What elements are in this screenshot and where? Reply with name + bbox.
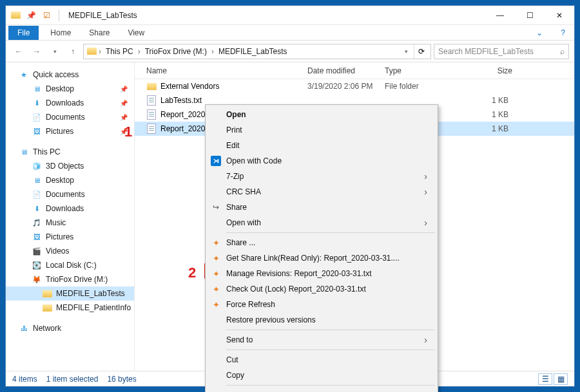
close-button[interactable]: ✕ bbox=[545, 6, 574, 25]
ctx-get-share-link[interactable]: ✦Get Share Link(Read Only): Report_2020-… bbox=[207, 250, 436, 266]
pictures-icon: 🖼 bbox=[32, 126, 42, 136]
column-type[interactable]: Type bbox=[385, 66, 461, 75]
ctx-open-with[interactable]: Open with› bbox=[207, 215, 436, 230]
nav-network[interactable]: 🖧Network bbox=[6, 321, 134, 335]
folder-icon bbox=[42, 288, 52, 299]
ctx-edit[interactable]: Edit bbox=[207, 138, 436, 153]
nav-this-pc[interactable]: 🖥This PC bbox=[6, 145, 134, 159]
search-input[interactable]: Search MEDFILE_LabTests ⌕ bbox=[434, 44, 569, 59]
nav-videos[interactable]: 🎬Videos bbox=[6, 244, 134, 258]
ctx-print[interactable]: Print bbox=[207, 122, 436, 138]
ctx-7zip[interactable]: 7-Zip› bbox=[207, 169, 436, 184]
view-details-button[interactable]: ☰ bbox=[538, 373, 552, 385]
column-size[interactable]: Size bbox=[461, 66, 512, 75]
star-icon: ★ bbox=[19, 70, 29, 80]
column-date[interactable]: Date modified bbox=[307, 66, 385, 75]
nav-triofox-drive[interactable]: 🦊TrioFox Drive (M:) bbox=[6, 272, 134, 286]
breadcrumb-folder[interactable]: MEDFILE_LabTests bbox=[216, 46, 290, 57]
address-bar: ← → ▾ ↑ › This PC › TrioFox Drive (M:) ›… bbox=[6, 41, 574, 62]
chevron-right-icon[interactable]: › bbox=[98, 47, 102, 56]
separator bbox=[226, 385, 435, 386]
nav-local-disk[interactable]: 💽Local Disk (C:) bbox=[6, 258, 134, 272]
dropdown-icon[interactable]: ▾ bbox=[398, 44, 414, 59]
help-icon[interactable]: ? bbox=[552, 26, 574, 40]
desktop-icon: 🖥 bbox=[32, 175, 42, 185]
text-file-icon bbox=[146, 109, 157, 120]
ctx-share[interactable]: ↪Share bbox=[207, 200, 436, 215]
qat-check-icon[interactable]: ☑ bbox=[41, 10, 52, 21]
downloads-icon: ⬇ bbox=[32, 203, 42, 214]
disk-icon: 💽 bbox=[32, 260, 42, 270]
home-tab[interactable]: Home bbox=[41, 26, 80, 40]
share-icon: ↪ bbox=[211, 202, 221, 212]
breadcrumb-bar[interactable]: › This PC › TrioFox Drive (M:) › MEDFILE… bbox=[83, 44, 431, 59]
ribbon: File Home Share View ⌄ ? bbox=[6, 25, 574, 41]
minimize-button[interactable]: — bbox=[485, 6, 515, 25]
ctx-open[interactable]: Open bbox=[207, 107, 436, 122]
folder-icon bbox=[146, 81, 157, 91]
nav-pictures[interactable]: 🖼Pictures📌 bbox=[6, 124, 134, 138]
ctx-send-to[interactable]: Send to› bbox=[207, 332, 436, 348]
refresh-button[interactable]: ⟳ bbox=[414, 44, 428, 59]
maximize-button[interactable]: ☐ bbox=[515, 6, 545, 25]
column-name[interactable]: Name bbox=[146, 66, 307, 75]
view-icons-button[interactable]: ▦ bbox=[554, 373, 568, 385]
desktop-icon: 🖥 bbox=[32, 84, 42, 94]
chevron-right-icon: › bbox=[424, 171, 427, 182]
nav-3d-objects[interactable]: 🧊3D Objects bbox=[6, 159, 134, 173]
ctx-cut[interactable]: Cut bbox=[207, 352, 436, 368]
ctx-share-triofox[interactable]: ✦Share ... bbox=[207, 235, 436, 250]
share-tab[interactable]: Share bbox=[80, 26, 119, 40]
chevron-right-icon: › bbox=[424, 218, 427, 228]
chevron-right-icon[interactable]: › bbox=[137, 47, 141, 56]
nav-patientinfo[interactable]: MEDFILE_PatientInfo bbox=[6, 301, 134, 315]
ctx-force-refresh[interactable]: ✦Force Refresh bbox=[207, 297, 436, 312]
text-file-icon bbox=[146, 124, 157, 134]
file-tab[interactable]: File bbox=[8, 26, 39, 40]
back-button[interactable]: ← bbox=[11, 44, 26, 59]
text-file-icon bbox=[146, 95, 157, 106]
chevron-right-icon: › bbox=[424, 335, 427, 345]
downloads-icon: ⬇ bbox=[32, 98, 42, 108]
nav-desktop-2[interactable]: 🖥Desktop bbox=[6, 173, 134, 187]
status-bytes: 16 bytes bbox=[107, 375, 136, 384]
view-tab[interactable]: View bbox=[119, 26, 153, 40]
triofox-icon: ✦ bbox=[211, 299, 221, 310]
nav-downloads[interactable]: ⬇Downloads📌 bbox=[6, 96, 134, 110]
ribbon-expand-icon[interactable]: ⌄ bbox=[527, 26, 552, 40]
nav-documents[interactable]: 📄Documents📌 bbox=[6, 110, 134, 124]
pin-icon: 📌 bbox=[120, 86, 128, 93]
pictures-icon: 🖼 bbox=[32, 232, 42, 242]
nav-labtests[interactable]: MEDFILE_LabTests bbox=[6, 286, 134, 301]
folder-icon bbox=[10, 10, 21, 21]
ctx-create-shortcut[interactable]: Create shortcut bbox=[207, 387, 436, 392]
nav-documents-2[interactable]: 📄Documents bbox=[6, 187, 134, 201]
separator bbox=[226, 330, 435, 330]
nav-pictures-2[interactable]: 🖼Pictures bbox=[6, 230, 134, 244]
ctx-open-with-code[interactable]: ⋊Open with Code bbox=[207, 153, 436, 169]
nav-quick-access[interactable]: ★Quick access bbox=[6, 68, 134, 82]
ctx-copy[interactable]: Copy bbox=[207, 368, 436, 383]
up-button[interactable]: ↑ bbox=[65, 44, 81, 59]
triofox-icon: ✦ bbox=[211, 238, 221, 248]
documents-icon: 📄 bbox=[32, 112, 42, 122]
ctx-manage-revisions[interactable]: ✦Manage Revisions: Report_2020-03-31.txt bbox=[207, 266, 436, 281]
network-icon: 🖧 bbox=[19, 323, 29, 333]
nav-desktop[interactable]: 🖥Desktop📌 bbox=[6, 82, 134, 96]
ctx-restore-versions[interactable]: Restore previous versions bbox=[207, 312, 436, 328]
breadcrumb-drive[interactable]: TrioFox Drive (M:) bbox=[142, 46, 209, 57]
nav-downloads-2[interactable]: ⬇Downloads bbox=[6, 201, 134, 216]
breadcrumb-this-pc[interactable]: This PC bbox=[103, 46, 136, 57]
callout-1: 1 bbox=[124, 124, 132, 140]
chevron-right-icon[interactable]: › bbox=[211, 47, 215, 56]
ctx-check-out-lock[interactable]: ✦Check Out (Lock) Report_2020-03-31.txt bbox=[207, 281, 436, 297]
ctx-crc-sha[interactable]: CRC SHA› bbox=[207, 184, 436, 200]
nav-music[interactable]: 🎵Music bbox=[6, 216, 134, 230]
column-headers: Name Date modified Type Size bbox=[135, 62, 574, 79]
triofox-icon: ✦ bbox=[211, 253, 221, 263]
qat-pin-icon[interactable]: 📌 bbox=[25, 10, 37, 21]
folder-row[interactable]: External Vendors 3/19/2020 2:06 PM File … bbox=[135, 79, 574, 93]
separator bbox=[226, 350, 435, 350]
recent-locations-button[interactable]: ▾ bbox=[47, 44, 63, 59]
videos-icon: 🎬 bbox=[32, 246, 42, 256]
